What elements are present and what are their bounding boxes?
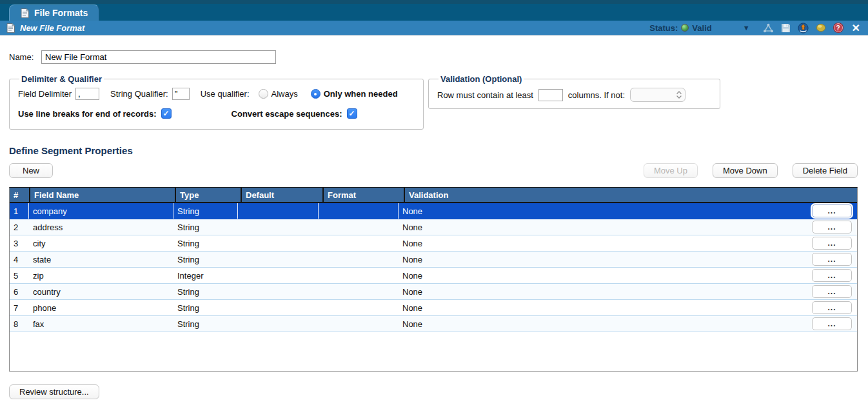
row-min-label: Row must contain at least: [437, 90, 533, 100]
row-default: [238, 235, 319, 251]
row-default: [238, 252, 319, 267]
move-down-button[interactable]: Move Down: [713, 163, 778, 178]
status-dot-icon: [681, 24, 689, 32]
table-empty-area: [10, 332, 857, 371]
row-validation: None: [399, 219, 812, 235]
help-icon[interactable]: ?: [833, 22, 844, 34]
row-options-button[interactable]: ...: [812, 221, 852, 233]
radio-only-when-needed-label: Only when needed: [324, 89, 398, 99]
delimiter-row: Field Delimiter String Qualifier: Use qu…: [18, 88, 415, 100]
deploy-icon[interactable]: [798, 22, 809, 34]
radio-only-when-needed-control[interactable]: [311, 89, 321, 99]
row-options-button[interactable]: ...: [812, 285, 852, 298]
row-format: [319, 284, 399, 299]
row-type: String: [173, 203, 238, 219]
row-options-button[interactable]: ...: [812, 269, 852, 282]
row-type: String: [173, 235, 238, 251]
row-options-button[interactable]: ...: [812, 253, 852, 266]
row-validation: None: [399, 300, 812, 315]
row-validation: None: [399, 235, 812, 251]
row-number: 1: [10, 203, 29, 219]
review-row: Review structure...: [9, 384, 858, 399]
row-format: [319, 203, 399, 219]
radio-always[interactable]: Always: [259, 89, 298, 99]
row-format: [319, 235, 399, 251]
radio-always-control[interactable]: [259, 89, 268, 99]
table-row[interactable]: 6 country String None ...: [10, 284, 857, 300]
table-row[interactable]: 1 company String None ...: [10, 203, 857, 219]
field-delimiter-label: Field Delimiter: [18, 89, 72, 99]
row-field-name: country: [29, 284, 173, 299]
document-icon: [21, 8, 29, 18]
row-options-button[interactable]: ...: [812, 317, 852, 330]
row-type: String: [173, 219, 238, 235]
row-validation: None: [399, 252, 812, 267]
row-field-name: company: [29, 203, 173, 219]
string-qualifier-input[interactable]: [172, 88, 190, 100]
sphere-icon[interactable]: [815, 22, 827, 34]
save-icon[interactable]: [780, 22, 792, 34]
col-header-type: Type: [176, 188, 241, 202]
row-options-button[interactable]: ...: [812, 301, 852, 314]
review-structure-button[interactable]: Review structure...: [9, 384, 99, 399]
field-delimiter-input[interactable]: [75, 88, 99, 100]
col-header-validation: Validation: [405, 188, 857, 202]
validation-group: Validation (Optional) Row must contain a…: [428, 74, 720, 109]
line-breaks-checkbox[interactable]: [161, 108, 172, 119]
delimiter-qualifier-legend: Delimiter & Qualifier: [19, 74, 104, 84]
document-icon: [6, 23, 15, 33]
row-validation: None: [399, 316, 812, 332]
row-min-columns-input[interactable]: [538, 89, 563, 101]
table-row[interactable]: 5 zip Integer None ...: [10, 268, 857, 284]
delete-field-button[interactable]: Delete Field: [793, 163, 858, 178]
row-validation: None: [399, 284, 812, 299]
table-row[interactable]: 8 fax String None ...: [10, 316, 857, 332]
table-row[interactable]: 3 city String None ...: [10, 235, 857, 252]
col-header-field-name: Field Name: [30, 188, 175, 202]
string-qualifier-label: String Qualifier:: [110, 89, 168, 99]
radio-only-when-needed[interactable]: Only when needed: [311, 89, 398, 99]
row-format: [319, 268, 399, 283]
row-validation: None: [399, 203, 812, 219]
row-field-name: state: [29, 252, 173, 267]
if-not-select[interactable]: [630, 88, 686, 102]
row-field-name: city: [29, 235, 173, 251]
row-options-button[interactable]: ...: [812, 237, 852, 250]
toolbar-right-group: Move Up Move Down Delete Field: [644, 163, 858, 178]
validation-legend: Validation (Optional): [439, 74, 524, 84]
row-number: 7: [10, 300, 29, 315]
table-header: # Field Name Type Default Format Validat…: [10, 188, 857, 203]
row-number: 6: [10, 284, 29, 299]
table-row[interactable]: 2 address String None ...: [10, 219, 857, 235]
escape-sequences-checkbox[interactable]: [347, 108, 357, 119]
close-icon[interactable]: ✕: [852, 22, 860, 34]
segment-toolbar: New Move Up Move Down Delete Field: [9, 163, 858, 178]
radio-always-label: Always: [271, 89, 298, 99]
row-number: 4: [10, 252, 29, 267]
row-number: 2: [10, 219, 29, 235]
row-format: [319, 300, 399, 315]
row-field-name: phone: [29, 300, 173, 315]
options-row: Use line breaks for end of records: Conv…: [18, 108, 415, 119]
table-row[interactable]: 4 state String None ...: [10, 252, 857, 268]
row-format: [319, 316, 399, 332]
status-badge: Valid: [692, 23, 711, 33]
name-input[interactable]: [41, 50, 276, 64]
move-up-button[interactable]: Move Up: [644, 163, 698, 178]
chevron-down-icon[interactable]: ▼: [743, 24, 750, 32]
fieldsets-row: Delimiter & Qualifier Field Delimiter St…: [9, 74, 858, 130]
col-header-number: #: [10, 188, 29, 202]
row-type: Integer: [173, 268, 238, 283]
escape-sequences-label: Convert escape sequences:: [232, 109, 342, 119]
diagram-icon[interactable]: [763, 22, 774, 34]
new-button[interactable]: New: [9, 163, 53, 178]
segment-properties-heading: Define Segment Properties: [9, 145, 858, 156]
main-content: Name: Delimiter & Qualifier Field Delimi…: [0, 50, 868, 399]
row-default: [238, 300, 319, 315]
row-field-name: fax: [29, 316, 173, 332]
window-tab-bar: File Formats: [0, 0, 868, 21]
row-options-button[interactable]: ...: [812, 204, 852, 217]
row-field-name: address: [29, 219, 173, 235]
tab-file-formats[interactable]: File Formats: [9, 5, 99, 21]
table-row[interactable]: 7 phone String None ...: [10, 300, 857, 316]
